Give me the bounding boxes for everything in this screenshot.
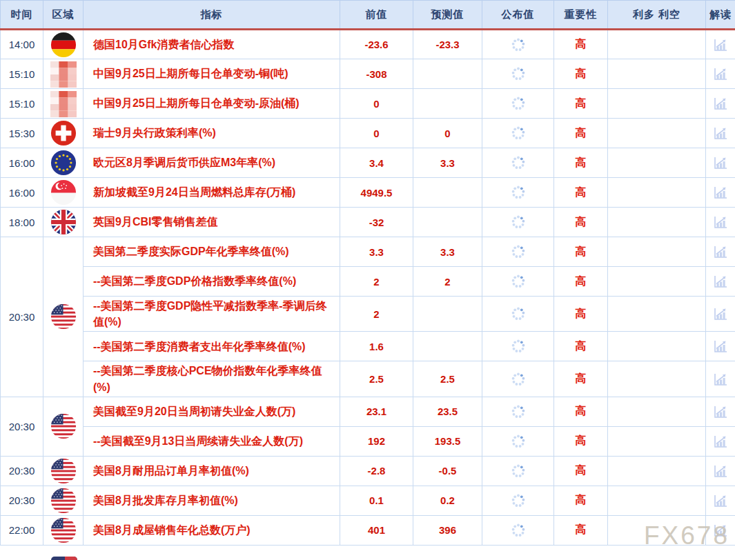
time-cell: 20:30 — [1, 456, 43, 486]
importance-badge: 高 — [554, 119, 608, 148]
chart-up-icon[interactable] — [712, 154, 729, 171]
table-row-sub: --美国第二季度GDP价格指数季率终值(%) 2 2 高 — [1, 267, 735, 297]
previous-value: 0 — [340, 89, 413, 119]
importance-badge: 高 — [554, 515, 608, 545]
chart-up-icon[interactable] — [712, 184, 729, 201]
interpretation-cell[interactable] — [706, 297, 735, 332]
time-cell: 20:30 — [1, 486, 43, 515]
chart-up-icon[interactable] — [712, 66, 729, 82]
region-cell — [43, 237, 84, 397]
published-value-cell — [482, 89, 554, 119]
col-header-region: 区域 — [43, 1, 84, 30]
interpretation-cell[interactable] — [706, 486, 735, 515]
indicator-cell: 美国截至9月20日当周初请失业金人数(万) — [84, 397, 340, 426]
interpretation-cell[interactable] — [706, 515, 735, 545]
forecast-value: 0.2 — [413, 486, 482, 515]
interpretation-cell[interactable] — [706, 208, 735, 237]
indicator-cell: 德国10月Gfk消费者信心指数 — [84, 30, 340, 59]
forecast-value: -0.5 — [413, 456, 482, 486]
col-header-published: 公布值 — [482, 1, 554, 30]
forecast-value — [413, 59, 482, 89]
table-row-sub: --美国第二季度GDP隐性平减指数季率-季调后终值(%) 2 高 — [1, 297, 735, 332]
chart-up-icon[interactable] — [712, 306, 729, 322]
germany-flag-icon — [50, 32, 77, 58]
interpretation-cell[interactable] — [706, 361, 735, 397]
previous-value: 2 — [340, 297, 413, 332]
china-flag-pixelated-icon — [50, 61, 77, 87]
forecast-value — [413, 178, 482, 208]
interpretation-cell[interactable] — [706, 267, 735, 297]
loading-spinner-icon — [511, 186, 525, 199]
time-cell: 16:00 — [1, 148, 43, 178]
previous-value: 3.4 — [340, 148, 413, 178]
chart-up-icon[interactable] — [712, 125, 729, 141]
time-cell: 22:00 — [1, 515, 43, 545]
indicator-cell: 新加坡截至9月24日当周燃料总库存(万桶) — [84, 178, 340, 208]
bullish-bearish-cell — [608, 30, 706, 59]
interpretation-cell[interactable] — [706, 119, 735, 148]
interpretation-cell[interactable] — [706, 59, 735, 89]
interpretation-cell[interactable] — [706, 456, 735, 486]
interpretation-cell[interactable] — [706, 89, 735, 119]
chart-up-icon[interactable] — [712, 214, 729, 230]
chart-up-icon[interactable] — [712, 492, 729, 509]
importance-badge: 高 — [554, 361, 608, 397]
loading-spinner-icon — [511, 494, 525, 508]
table-row: 20:30 美国8月耐用品订单月率初值(%) -2.8 -0.5 高 — [1, 456, 735, 486]
col-header-time: 时间 — [1, 1, 43, 30]
chart-up-icon[interactable] — [712, 95, 729, 112]
published-value-cell — [482, 456, 554, 486]
loading-spinner-icon — [511, 245, 525, 259]
indicator-cell: 中国9月25日上期所每日仓单变动-铜(吨) — [84, 59, 340, 89]
chart-up-icon[interactable] — [712, 463, 729, 479]
published-value-cell — [482, 397, 554, 426]
interpretation-cell[interactable] — [706, 332, 735, 361]
table-row: 15:10 中国9月25日上期所每日仓单变动-铜(吨) -308 高 — [1, 59, 735, 89]
interpretation-cell[interactable] — [706, 30, 735, 59]
bullish-bearish-cell — [608, 332, 706, 361]
chart-up-icon[interactable] — [712, 273, 729, 290]
forecast-value: 396 — [413, 515, 482, 545]
region-cell — [43, 59, 84, 89]
chart-up-icon[interactable] — [712, 522, 729, 539]
china-flag-pixelated-icon — [50, 90, 77, 117]
previous-value: -23.6 — [340, 30, 413, 59]
forecast-value: 3.3 — [413, 148, 482, 178]
bullish-bearish-cell — [608, 148, 706, 178]
indicator-cell: 美国8月批发库存月率初值(%) — [84, 486, 340, 515]
table-row: 18:00 英国9月CBI零售销售差值 -32 高 — [1, 208, 735, 237]
singapore-flag-icon — [50, 179, 77, 206]
table-row-sub: --美国第二季度消费者支出年化季率终值(%) 1.6 高 — [1, 332, 735, 361]
published-value-cell — [482, 426, 554, 456]
chart-up-icon[interactable] — [712, 403, 729, 420]
interpretation-cell[interactable] — [706, 237, 735, 267]
chart-up-icon[interactable] — [712, 433, 729, 450]
bullish-bearish-cell — [608, 426, 706, 456]
previous-value: -2.8 — [340, 456, 413, 486]
table-row: 20:30 美国8月批发库存月率初值(%) 0.1 0.2 高 — [1, 486, 735, 515]
importance-badge: 高 — [554, 178, 608, 208]
interpretation-cell[interactable] — [706, 426, 735, 456]
bullish-bearish-cell — [608, 397, 706, 426]
bullish-bearish-cell — [608, 59, 706, 89]
region-cell — [43, 397, 84, 456]
chart-up-icon[interactable] — [712, 243, 729, 260]
usa-flag-icon — [50, 517, 77, 543]
chart-up-icon[interactable] — [712, 371, 729, 388]
chart-up-icon[interactable] — [712, 338, 729, 354]
col-header-bias: 利多 利空 — [608, 1, 706, 30]
importance-badge: 高 — [554, 332, 608, 361]
interpretation-cell[interactable] — [706, 178, 735, 208]
indicator-cell: 瑞士9月央行政策利率(%) — [84, 119, 340, 148]
indicator-cell: 英国9月CBI零售销售差值 — [84, 208, 340, 237]
table-row: 15:10 中国9月25日上期所每日仓单变动-原油(桶) 0 高 — [1, 89, 735, 119]
time-cell: 20:30 — [1, 397, 43, 456]
forecast-value: 0 — [413, 119, 482, 148]
next-row-flag-sliver — [51, 557, 77, 560]
chart-up-icon[interactable] — [712, 37, 729, 53]
previous-value: 23.1 — [340, 397, 413, 426]
loading-spinner-icon — [511, 307, 525, 321]
interpretation-cell[interactable] — [706, 397, 735, 426]
interpretation-cell[interactable] — [706, 148, 735, 178]
published-value-cell — [482, 332, 554, 361]
